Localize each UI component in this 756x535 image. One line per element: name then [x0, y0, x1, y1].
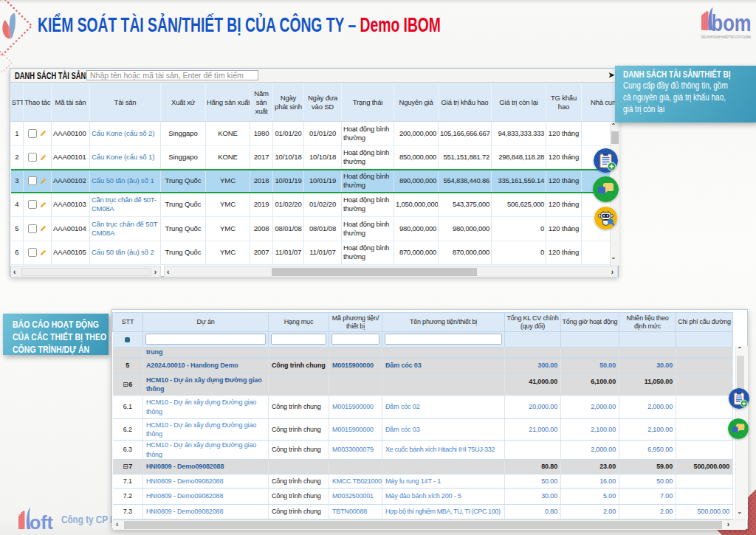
- svg-text:oft: oft: [30, 512, 54, 532]
- svg-text:bom: bom: [712, 10, 752, 36]
- svg-text:ĐIỀU HÀNH DOANH NGHIỆP THEO CÁ: ĐIỀU HÀNH DOANH NGHIỆP THEO CÁCH CỦA BẠN: [701, 34, 751, 39]
